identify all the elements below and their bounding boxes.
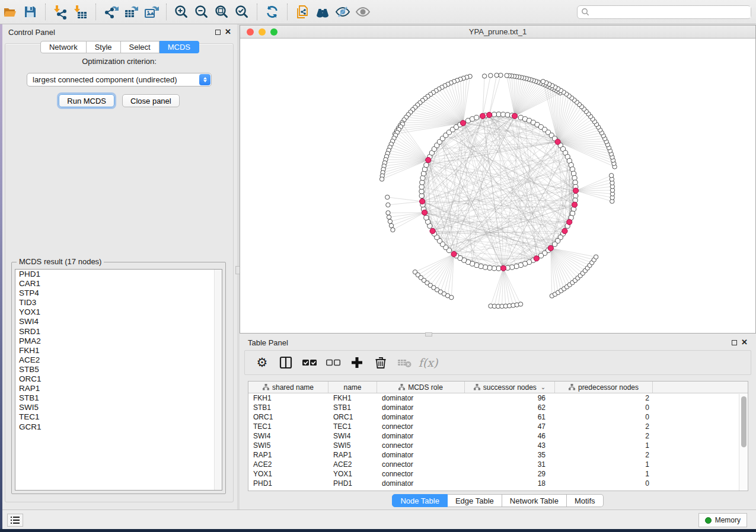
memory-button[interactable]: Memory bbox=[698, 513, 747, 527]
mcds-result-item[interactable]: TEC1 bbox=[15, 412, 222, 422]
mcds-result-item[interactable]: ORC1 bbox=[15, 374, 222, 384]
mcds-result-item[interactable]: FKH1 bbox=[15, 346, 222, 355]
network-leaf-node[interactable] bbox=[449, 295, 454, 299]
network-node[interactable] bbox=[419, 189, 424, 194]
mcds-hub-node[interactable] bbox=[500, 265, 506, 271]
delete-rows-icon[interactable] bbox=[373, 355, 388, 370]
network-leaf-node[interactable] bbox=[505, 73, 509, 78]
network-leaf-node[interactable] bbox=[499, 73, 503, 77]
network-leaf-node[interactable] bbox=[386, 203, 390, 207]
network-node[interactable] bbox=[483, 265, 487, 270]
network-leaf-node[interactable] bbox=[482, 74, 486, 78]
network-node[interactable] bbox=[496, 112, 501, 117]
export-network-button[interactable] bbox=[101, 2, 121, 21]
mcds-hub-node[interactable] bbox=[480, 113, 485, 118]
mcds-hub-node[interactable] bbox=[451, 251, 457, 257]
import-table-button[interactable] bbox=[71, 2, 91, 21]
network-leaf-node[interactable] bbox=[386, 211, 390, 215]
search-input[interactable] bbox=[590, 7, 751, 18]
table-row[interactable]: TEC1TEC1connector472 bbox=[248, 422, 748, 431]
column-header-shared-name[interactable]: shared name bbox=[248, 382, 328, 393]
network-node[interactable] bbox=[573, 180, 578, 185]
network-node[interactable] bbox=[420, 175, 425, 180]
mcds-result-item[interactable]: PMA2 bbox=[15, 336, 222, 346]
mcds-hub-node[interactable] bbox=[534, 256, 539, 261]
network-node[interactable] bbox=[571, 171, 576, 176]
mcds-result-item[interactable]: GCR1 bbox=[15, 422, 222, 432]
tab-mcds[interactable]: MCDS bbox=[160, 41, 199, 53]
mcds-result-item[interactable]: STB5 bbox=[15, 365, 222, 374]
mcds-hub-node[interactable] bbox=[562, 228, 567, 233]
network-leaf-node[interactable] bbox=[541, 79, 545, 84]
horizontal-splitter-handle[interactable] bbox=[425, 332, 432, 336]
network-leaf-node[interactable] bbox=[594, 255, 598, 259]
result-list-scrollbar[interactable] bbox=[214, 270, 222, 490]
table-row[interactable]: SWI5SWI5connector431 bbox=[248, 441, 748, 450]
tab-node-table[interactable]: Node Table bbox=[392, 494, 448, 507]
select-all-rows-icon[interactable] bbox=[302, 355, 317, 370]
table-row[interactable]: YOX1YOX1connector291 bbox=[248, 469, 748, 479]
tab-style[interactable]: Style bbox=[87, 41, 121, 53]
table-row[interactable]: ACE2ACE2connector311 bbox=[248, 460, 748, 469]
tab-edge-table[interactable]: Edge Table bbox=[448, 494, 502, 507]
network-leaf-node[interactable] bbox=[518, 302, 522, 306]
show-all-button[interactable] bbox=[353, 2, 373, 21]
clone-network-button[interactable] bbox=[292, 2, 312, 21]
mcds-hub-node[interactable] bbox=[572, 202, 577, 207]
network-node[interactable] bbox=[424, 162, 429, 167]
mcds-result-item[interactable]: STP4 bbox=[15, 289, 222, 298]
mcds-hub-node[interactable] bbox=[426, 158, 431, 163]
column-header-name[interactable]: name bbox=[328, 382, 377, 393]
column-header-predecessor-nodes[interactable]: predecessor nodes bbox=[555, 382, 653, 393]
network-node[interactable] bbox=[419, 193, 424, 198]
tab-network[interactable]: Network bbox=[40, 41, 87, 53]
network-node[interactable] bbox=[505, 113, 510, 117]
mcds-result-item[interactable]: SWI5 bbox=[15, 403, 222, 412]
table-row[interactable]: STB1STB1dominator620 bbox=[248, 403, 748, 412]
network-leaf-node[interactable] bbox=[388, 219, 392, 223]
network-leaf-node[interactable] bbox=[385, 195, 390, 199]
network-node[interactable] bbox=[552, 242, 557, 246]
network-leaf-node[interactable] bbox=[387, 215, 391, 219]
open-file-button[interactable] bbox=[0, 2, 20, 21]
mcds-hub-node[interactable] bbox=[573, 188, 578, 193]
fit-content-button[interactable] bbox=[212, 2, 232, 21]
network-node[interactable] bbox=[487, 265, 492, 270]
network-node[interactable] bbox=[573, 193, 578, 198]
tab-select[interactable]: Select bbox=[121, 41, 160, 53]
table-row[interactable]: ORC1ORC1dominator610 bbox=[248, 412, 748, 422]
mcds-result-item[interactable]: CAR1 bbox=[15, 279, 222, 289]
mcds-hub-node[interactable] bbox=[487, 112, 492, 117]
search-binoculars-button[interactable] bbox=[312, 2, 333, 21]
mcds-hub-node[interactable] bbox=[567, 219, 572, 225]
table-scrollbar-thumb[interactable] bbox=[741, 396, 747, 447]
column-header-MCDS-role[interactable]: MCDS role bbox=[377, 382, 465, 393]
network-node[interactable] bbox=[500, 112, 505, 117]
mcds-hub-node[interactable] bbox=[555, 139, 560, 145]
float-panel-icon[interactable] bbox=[215, 30, 221, 35]
tab-network-table[interactable]: Network Table bbox=[502, 494, 567, 507]
mcds-result-item[interactable]: SRD1 bbox=[15, 327, 222, 336]
add-row-icon[interactable] bbox=[349, 355, 365, 370]
network-leaf-node[interactable] bbox=[379, 177, 384, 181]
table-row[interactable]: FKH1FKH1dominator962 bbox=[248, 393, 748, 403]
task-history-button[interactable] bbox=[7, 514, 23, 527]
run-mcds-button[interactable]: Run MCDS bbox=[59, 94, 114, 107]
mcds-hub-node[interactable] bbox=[512, 113, 517, 118]
close-table-panel-icon[interactable]: ✕ bbox=[741, 339, 748, 345]
network-node[interactable] bbox=[419, 184, 424, 189]
mcds-result-item[interactable]: ACE2 bbox=[15, 355, 222, 365]
network-node[interactable] bbox=[420, 180, 425, 185]
mcds-hub-node[interactable] bbox=[460, 120, 465, 126]
network-node[interactable] bbox=[514, 264, 519, 268]
mcds-hub-node[interactable] bbox=[430, 228, 435, 233]
mcds-hub-node[interactable] bbox=[420, 198, 425, 204]
network-node[interactable] bbox=[492, 266, 496, 271]
zoom-selected-button[interactable] bbox=[232, 2, 252, 21]
table-row[interactable]: SWI4SWI4dominator462 bbox=[248, 431, 748, 441]
network-leaf-node[interactable] bbox=[609, 174, 613, 178]
import-network-button[interactable] bbox=[50, 2, 71, 21]
network-node[interactable] bbox=[492, 112, 496, 117]
mcds-result-item[interactable]: RAP1 bbox=[15, 384, 222, 393]
table-settings-icon[interactable]: ⚙ bbox=[254, 355, 270, 370]
